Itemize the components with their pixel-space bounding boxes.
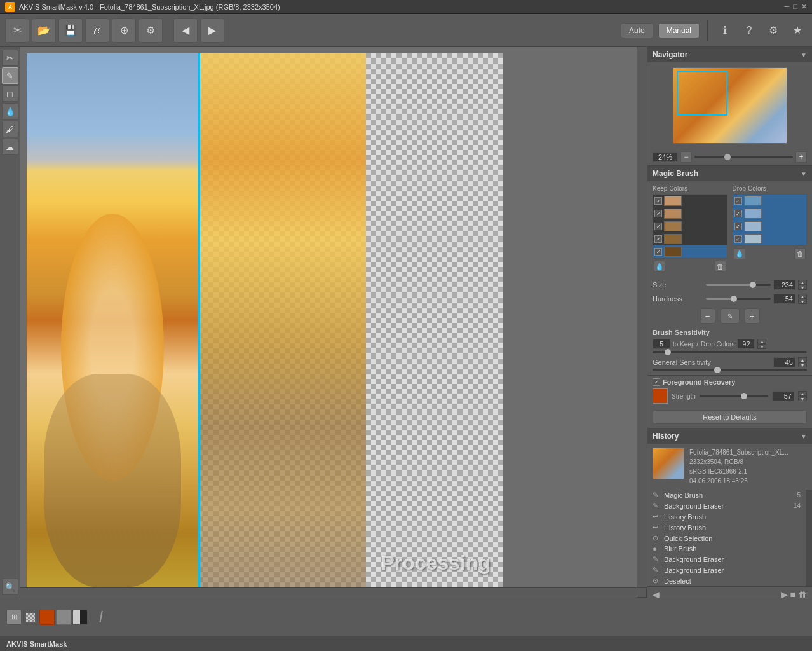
magic-brush-tool[interactable]: ✎ (2, 67, 18, 84)
sens-keep-value[interactable]: 5 (653, 339, 670, 349)
history-item-quick-selection[interactable]: ⊙ Quick Selection (650, 533, 803, 544)
sens-drop-value[interactable]: 92 (737, 339, 755, 349)
view-orange-btn[interactable] (39, 610, 55, 625)
view-checker-btn[interactable] (23, 610, 38, 625)
keep-check-3[interactable]: ✓ (654, 223, 662, 230)
drop-check-3[interactable]: ✓ (734, 223, 742, 230)
zoom-tool[interactable]: 🔍 (2, 579, 18, 595)
drop-check-2[interactable]: ✓ (734, 210, 742, 217)
dropper-tool[interactable]: 💧 (2, 103, 18, 120)
smudge-tool[interactable]: ☁ (2, 139, 18, 155)
undo-btn[interactable]: ◀ (173, 18, 198, 43)
size-down-btn[interactable]: ▼ (798, 285, 807, 290)
history-item-bg-eraser-2[interactable]: ✎ Background Eraser (650, 554, 803, 565)
redo-btn[interactable]: ▶ (200, 18, 224, 43)
view-gray-btn[interactable] (56, 610, 71, 625)
drop-color-3[interactable] (744, 221, 762, 231)
drop-eyedropper-btn[interactable]: 💧 (734, 248, 745, 259)
drop-swatch-1[interactable]: ✓ (733, 195, 807, 207)
history-back-btn[interactable]: ◀ (653, 589, 660, 598)
navigator-header[interactable]: Navigator ▼ (647, 47, 812, 62)
sens-slider[interactable] (653, 351, 807, 353)
hardness-up-btn[interactable]: ▲ (798, 294, 807, 299)
keep-check-5[interactable]: ✓ (654, 248, 662, 256)
size-slider[interactable] (706, 284, 771, 286)
drop-down-btn[interactable]: ▼ (757, 344, 766, 349)
history-stop-btn[interactable]: ■ (790, 589, 795, 598)
fg-down-btn[interactable]: ▼ (798, 396, 807, 401)
general-sens-value[interactable]: 45 (773, 357, 795, 367)
fg-up-btn[interactable]: ▲ (798, 391, 807, 396)
history-item-bg-eraser-3[interactable]: ✎ Background Eraser (650, 565, 803, 575)
gear-btn[interactable]: ⚙ (764, 21, 783, 40)
maximize-btn[interactable]: □ (793, 3, 797, 11)
auto-mode-btn[interactable]: Auto (621, 23, 653, 38)
paint-tool[interactable]: 🖌 (2, 121, 18, 137)
size-value[interactable]: 234 (773, 280, 795, 290)
close-btn[interactable]: ✕ (801, 3, 807, 11)
drop-check-4[interactable]: ✓ (734, 235, 742, 243)
info-btn[interactable]: ℹ (715, 21, 734, 40)
keep-check-1[interactable]: ✓ (654, 197, 662, 205)
star-btn[interactable]: ★ (788, 21, 807, 40)
print-btn[interactable]: 🖨 (85, 18, 109, 43)
view-half-btn[interactable] (72, 610, 88, 625)
scissor-tool-btn[interactable]: ✂ (5, 18, 29, 43)
canvas-divider[interactable] (198, 53, 200, 587)
keep-color-2[interactable] (664, 209, 682, 219)
drop-up-btn[interactable]: ▲ (757, 339, 766, 344)
general-down-btn[interactable]: ▼ (798, 362, 807, 367)
history-scrollbar[interactable] (806, 490, 812, 586)
fg-checkbox[interactable]: ✓ (653, 378, 660, 386)
history-item-bg-eraser-1[interactable]: ✎ Background Eraser 14 (650, 500, 803, 511)
history-item-history-brush-2[interactable]: ↩ History Brush (650, 522, 803, 533)
manual-mode-btn[interactable]: Manual (658, 23, 700, 38)
drop-color-2[interactable] (744, 209, 762, 219)
history-play-btn[interactable]: ▶ (781, 589, 788, 598)
hardness-minus-btn[interactable]: − (700, 308, 715, 324)
history-delete-btn[interactable]: 🗑 (798, 589, 807, 598)
size-up-btn[interactable]: ▲ (798, 280, 807, 285)
keep-swatch-4[interactable]: ✓ (653, 233, 727, 245)
keep-check-4[interactable]: ✓ (654, 235, 662, 243)
hardness-plus-btn[interactable]: + (745, 308, 760, 324)
keep-swatch-5[interactable]: ✓ (653, 245, 727, 258)
view-grid-btn[interactable]: ⊞ (6, 610, 22, 625)
keep-delete-btn[interactable]: 🗑 (715, 261, 726, 272)
drop-delete-btn[interactable]: 🗑 (794, 248, 806, 259)
drop-color-4[interactable] (744, 234, 762, 244)
hardness-slider[interactable] (706, 298, 771, 300)
minimize-btn[interactable]: ─ (785, 3, 790, 11)
history-item-blur-brush[interactable]: ● Blur Brush (650, 544, 803, 554)
fg-color-swatch[interactable] (653, 388, 668, 404)
settings-btn[interactable]: ⚙ (139, 18, 163, 43)
drop-check-1[interactable]: ✓ (734, 197, 742, 205)
hardness-down-btn[interactable]: ▼ (798, 299, 807, 304)
history-item-history-brush-1[interactable]: ↩ History Brush (650, 511, 803, 522)
keep-color-5[interactable] (664, 247, 682, 257)
save-btn[interactable]: 💾 (58, 18, 83, 43)
keep-swatch-3[interactable]: ✓ (653, 220, 727, 233)
eraser-tool[interactable]: ◻ (2, 85, 18, 102)
hardness-edit-btn[interactable]: ✎ (721, 308, 740, 324)
history-item-magic-brush[interactable]: ✎ Magic Brush 5 (650, 490, 803, 500)
fg-strength-value[interactable]: 57 (772, 391, 794, 401)
keep-color-1[interactable] (664, 196, 682, 206)
general-slider[interactable] (653, 369, 807, 371)
keep-check-2[interactable]: ✓ (654, 210, 662, 217)
keep-color-3[interactable] (664, 221, 682, 231)
open-btn[interactable]: 📂 (32, 18, 56, 43)
zoom-out-btn[interactable]: − (680, 151, 692, 163)
select-tool[interactable]: ✂ (2, 50, 18, 66)
keep-swatch-2[interactable]: ✓ (653, 207, 727, 220)
magic-brush-header[interactable]: Magic Brush ▼ (647, 166, 812, 181)
drop-swatch-2[interactable]: ✓ (733, 207, 807, 220)
keep-eyedropper-btn[interactable]: 💧 (654, 261, 665, 272)
history-header[interactable]: History ▼ (647, 428, 812, 444)
transform-btn[interactable]: ⊕ (112, 18, 136, 43)
zoom-slider[interactable] (694, 156, 793, 158)
zoom-in-btn[interactable]: + (795, 151, 807, 163)
keep-color-4[interactable] (664, 234, 682, 244)
history-item-deselect[interactable]: ⊙ Deselect (650, 575, 803, 586)
drop-swatch-4[interactable]: ✓ (733, 233, 807, 245)
